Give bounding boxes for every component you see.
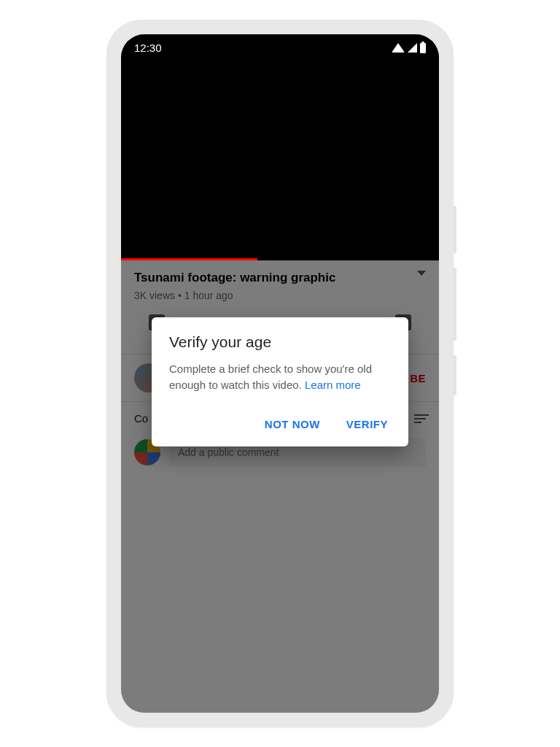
learn-more-link[interactable]: Learn more xyxy=(305,379,361,391)
wifi-icon xyxy=(392,43,405,53)
status-time: 12:30 xyxy=(134,42,162,54)
age-verify-dialog: Verify your age Complete a brief check t… xyxy=(152,317,408,446)
screen: 12:30 Tsunami footage: warning graphic 3… xyxy=(121,34,439,713)
dialog-title: Verify your age xyxy=(169,333,391,351)
battery-icon xyxy=(420,43,426,53)
status-bar: 12:30 xyxy=(134,42,426,54)
power-button xyxy=(453,206,456,253)
dialog-body: Complete a brief check to show you're ol… xyxy=(169,361,391,393)
side-button xyxy=(453,355,456,395)
verify-button[interactable]: VERIFY xyxy=(343,412,391,436)
page-root: 12:30 Tsunami footage: warning graphic 3… xyxy=(0,0,560,747)
dialog-actions: NOT NOW VERIFY xyxy=(169,412,391,436)
volume-button xyxy=(453,268,456,341)
status-icons xyxy=(392,43,426,53)
phone-frame: 12:30 Tsunami footage: warning graphic 3… xyxy=(106,20,454,727)
cellular-icon xyxy=(408,43,417,53)
video-player[interactable]: 12:30 xyxy=(121,34,439,260)
not-now-button[interactable]: NOT NOW xyxy=(262,412,323,436)
